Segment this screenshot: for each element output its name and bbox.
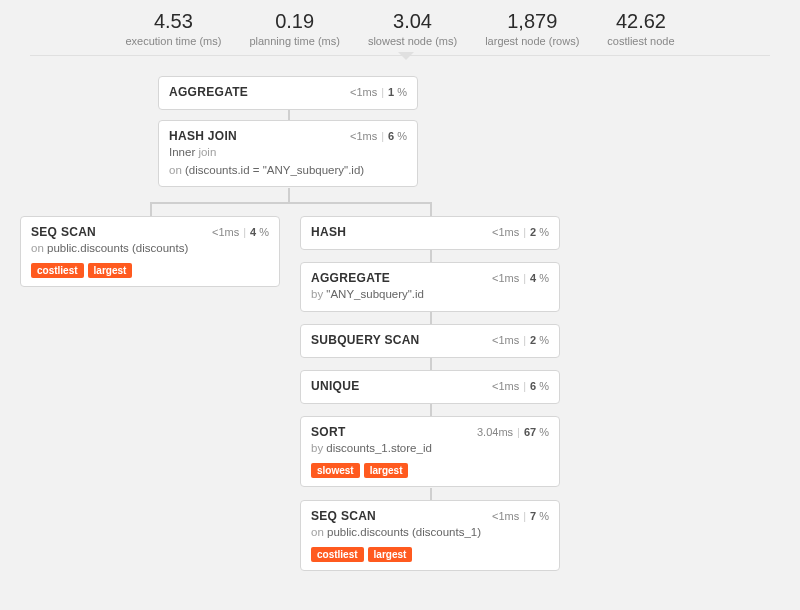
node-seq-scan-left[interactable]: SEQ SCAN <1ms|4 % on public.discounts (d… bbox=[20, 216, 280, 287]
stat-label: planning time (ms) bbox=[249, 35, 339, 47]
node-header: AGGREGATE <1ms|1 % bbox=[169, 85, 407, 99]
node-header: UNIQUE <1ms|6 % bbox=[311, 379, 549, 393]
stat-value: 1,879 bbox=[485, 10, 579, 33]
connector bbox=[430, 250, 432, 262]
node-stats: <1ms|7 % bbox=[492, 510, 549, 522]
connector bbox=[150, 202, 430, 204]
node-time: <1ms bbox=[350, 130, 377, 142]
stat-label: slowest node (ms) bbox=[368, 35, 457, 47]
badge-largest: largest bbox=[368, 547, 413, 562]
stat-label: largest node (rows) bbox=[485, 35, 579, 47]
node-stats: 3.04ms|67 % bbox=[477, 426, 549, 438]
detail-kw: on bbox=[31, 242, 44, 254]
node-pct: 4 bbox=[250, 226, 256, 238]
detail-text: (discounts.id = "ANY_subquery".id) bbox=[185, 164, 364, 176]
node-time: <1ms bbox=[492, 226, 519, 238]
stat-planning-time: 0.19 planning time (ms) bbox=[249, 10, 339, 47]
node-detail: on (discounts.id = "ANY_subquery".id) bbox=[169, 163, 407, 179]
node-stats: <1ms|1 % bbox=[350, 86, 407, 98]
connector bbox=[430, 202, 432, 216]
detail-kw: by bbox=[311, 442, 323, 454]
detail-kw: by bbox=[311, 288, 323, 300]
detail-text: Inner bbox=[169, 146, 195, 158]
badges: costliest largest bbox=[311, 547, 549, 562]
stat-label: costliest node bbox=[607, 35, 674, 47]
stat-label: execution time (ms) bbox=[125, 35, 221, 47]
node-pct: 4 bbox=[530, 272, 536, 284]
node-stats: <1ms|2 % bbox=[492, 334, 549, 346]
node-sort[interactable]: SORT 3.04ms|67 % by discounts_1.store_id… bbox=[300, 416, 560, 487]
node-title: SEQ SCAN bbox=[31, 225, 96, 239]
node-title: AGGREGATE bbox=[311, 271, 390, 285]
stat-execution-time: 4.53 execution time (ms) bbox=[125, 10, 221, 47]
connector bbox=[150, 202, 152, 216]
connector bbox=[430, 312, 432, 324]
connector bbox=[430, 488, 432, 500]
badges: slowest largest bbox=[311, 463, 549, 478]
node-time: <1ms bbox=[492, 510, 519, 522]
node-detail: Inner join bbox=[169, 145, 407, 161]
node-stats: <1ms|6 % bbox=[492, 380, 549, 392]
node-aggregate-top[interactable]: AGGREGATE <1ms|1 % bbox=[158, 76, 418, 110]
detail-kw: on bbox=[169, 164, 182, 176]
node-header: SUBQUERY SCAN <1ms|2 % bbox=[311, 333, 549, 347]
node-detail: by discounts_1.store_id bbox=[311, 441, 549, 457]
node-header: SORT 3.04ms|67 % bbox=[311, 425, 549, 439]
connector bbox=[430, 358, 432, 370]
node-pct: 67 bbox=[524, 426, 536, 438]
node-stats: <1ms|4 % bbox=[492, 272, 549, 284]
node-header: SEQ SCAN <1ms|7 % bbox=[311, 509, 549, 523]
stat-value: 42.62 bbox=[607, 10, 674, 33]
node-title: HASH bbox=[311, 225, 346, 239]
node-pct: 6 bbox=[530, 380, 536, 392]
node-time: <1ms bbox=[492, 380, 519, 392]
connector bbox=[288, 110, 290, 120]
node-pct: 2 bbox=[530, 226, 536, 238]
node-time: <1ms bbox=[492, 272, 519, 284]
stats-bar: 4.53 execution time (ms) 0.19 planning t… bbox=[30, 0, 770, 56]
node-title: SORT bbox=[311, 425, 346, 439]
node-unique[interactable]: UNIQUE <1ms|6 % bbox=[300, 370, 560, 404]
node-stats: <1ms|4 % bbox=[212, 226, 269, 238]
node-stats: <1ms|2 % bbox=[492, 226, 549, 238]
badges: costliest largest bbox=[31, 263, 269, 278]
node-header: AGGREGATE <1ms|4 % bbox=[311, 271, 549, 285]
connector bbox=[430, 404, 432, 416]
detail-text: discounts_1.store_id bbox=[326, 442, 431, 454]
detail-text: public.discounts (discounts_1) bbox=[327, 526, 481, 538]
node-time: 3.04ms bbox=[477, 426, 513, 438]
stat-slowest-node: 3.04 slowest node (ms) bbox=[368, 10, 457, 47]
node-pct: 2 bbox=[530, 334, 536, 346]
detail-text: public.discounts (discounts) bbox=[47, 242, 188, 254]
badge-costliest: costliest bbox=[31, 263, 84, 278]
connector bbox=[288, 188, 290, 202]
node-hash[interactable]: HASH <1ms|2 % bbox=[300, 216, 560, 250]
node-seq-scan-bottom[interactable]: SEQ SCAN <1ms|7 % on public.discounts (d… bbox=[300, 500, 560, 571]
badge-costliest: costliest bbox=[311, 547, 364, 562]
badge-slowest: slowest bbox=[311, 463, 360, 478]
node-pct: 7 bbox=[530, 510, 536, 522]
node-detail: on public.discounts (discounts) bbox=[31, 241, 269, 257]
node-hash-join[interactable]: HASH JOIN <1ms|6 % Inner join on (discou… bbox=[158, 120, 418, 187]
stat-value: 3.04 bbox=[368, 10, 457, 33]
node-time: <1ms bbox=[350, 86, 377, 98]
node-pct: 1 bbox=[388, 86, 394, 98]
stat-value: 0.19 bbox=[249, 10, 339, 33]
detail-kw: join bbox=[198, 146, 216, 158]
stat-value: 4.53 bbox=[125, 10, 221, 33]
stat-largest-node: 1,879 largest node (rows) bbox=[485, 10, 579, 47]
node-aggregate-inner[interactable]: AGGREGATE <1ms|4 % by "ANY_subquery".id bbox=[300, 262, 560, 312]
detail-kw: on bbox=[311, 526, 324, 538]
node-title: AGGREGATE bbox=[169, 85, 248, 99]
node-pct: 6 bbox=[388, 130, 394, 142]
node-header: HASH JOIN <1ms|6 % bbox=[169, 129, 407, 143]
plan-tree: AGGREGATE <1ms|1 % HASH JOIN <1ms|6 % In… bbox=[0, 56, 800, 610]
node-time: <1ms bbox=[492, 334, 519, 346]
badge-largest: largest bbox=[364, 463, 409, 478]
detail-text: "ANY_subquery".id bbox=[326, 288, 424, 300]
node-detail: on public.discounts (discounts_1) bbox=[311, 525, 549, 541]
node-title: SEQ SCAN bbox=[311, 509, 376, 523]
node-subquery-scan[interactable]: SUBQUERY SCAN <1ms|2 % bbox=[300, 324, 560, 358]
node-time: <1ms bbox=[212, 226, 239, 238]
stat-costliest-node: 42.62 costliest node bbox=[607, 10, 674, 47]
